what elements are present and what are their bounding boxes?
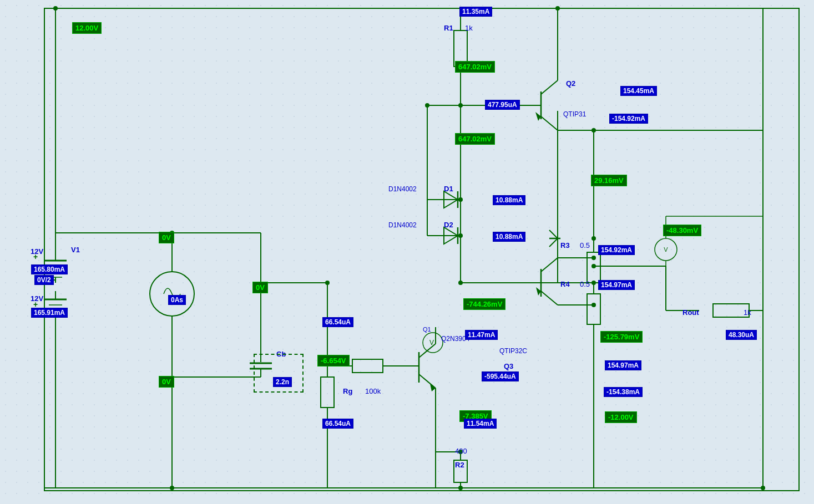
cb-box — [254, 354, 304, 393]
label-1154ma: 11.54mA — [464, 419, 497, 429]
label-12v: 12.00V — [72, 22, 102, 34]
label-16591ma: 165.91mA — [31, 308, 68, 318]
svg-point-43 — [325, 281, 330, 285]
svg-point-106 — [591, 236, 596, 241]
svg-point-110 — [591, 303, 596, 307]
label-47795ua: 477.95uA — [485, 100, 520, 110]
label-48neg: -48.30mV — [663, 225, 701, 236]
svg-text:Rg: Rg — [343, 387, 352, 395]
svg-point-72 — [458, 197, 463, 202]
svg-text:100k: 100k — [365, 387, 381, 395]
svg-text:V: V — [664, 246, 668, 253]
svg-text:12V: 12V — [31, 247, 43, 256]
label-15497ma-1: 154.97mA — [598, 280, 635, 290]
svg-text:1k: 1k — [465, 24, 473, 32]
svg-point-108 — [591, 256, 596, 260]
label-6654neg: -6.654V — [317, 355, 350, 366]
label-15492ma-2: 154.92mA — [598, 245, 635, 255]
label-15492neg: -154.92mA — [609, 114, 648, 124]
svg-text:D1N4002: D1N4002 — [388, 221, 417, 229]
label-1088ma-1: 10.88mA — [493, 195, 525, 205]
label-16580ma: 165.80mA — [31, 264, 68, 274]
svg-point-114 — [591, 264, 596, 268]
svg-text:R2: R2 — [455, 461, 464, 469]
label-1147ma: 11.47mA — [465, 330, 498, 340]
svg-text:QTIP31: QTIP31 — [563, 110, 587, 118]
label-1135ma: 11.35mA — [459, 7, 492, 17]
svg-text:R1: R1 — [444, 24, 453, 32]
svg-text:0.5: 0.5 — [580, 280, 590, 288]
svg-text:D1: D1 — [444, 185, 453, 193]
label-12neg: -12.00V — [605, 411, 637, 423]
svg-text:V1: V1 — [71, 246, 80, 254]
label-15438neg: -154.38mA — [604, 387, 643, 397]
svg-point-134 — [170, 486, 174, 490]
svg-point-136 — [53, 6, 58, 11]
svg-text:R4: R4 — [560, 280, 570, 288]
schematic: V — [0, 0, 814, 504]
svg-text:Q3: Q3 — [504, 362, 513, 370]
label-29mv: 29.16mV — [591, 175, 627, 186]
svg-point-129 — [458, 486, 463, 490]
label-4830ua: 48.30uA — [726, 330, 757, 340]
label-0v-2: 0V — [252, 282, 268, 293]
svg-rect-2 — [0, 0, 814, 504]
label-0v-3: 0V — [159, 376, 174, 388]
label-59544neg: -595.44uA — [482, 371, 519, 381]
svg-text:Q1: Q1 — [423, 326, 431, 333]
svg-text:Q2: Q2 — [566, 79, 575, 88]
label-6654ua-2: 66.54uA — [322, 419, 353, 429]
svg-text:D2: D2 — [444, 221, 453, 229]
label-125neg: -125.79mV — [600, 331, 643, 343]
circuit-svg: V — [0, 0, 814, 504]
svg-text:R3: R3 — [560, 241, 570, 250]
label-647mv-1: 647.02mV — [455, 61, 495, 73]
svg-text:Rout: Rout — [682, 308, 699, 317]
svg-text:D1N4002: D1N4002 — [388, 185, 417, 193]
svg-point-135 — [761, 486, 765, 490]
label-0as: 0As — [168, 295, 186, 305]
svg-text:400: 400 — [455, 447, 467, 455]
svg-text:0.5: 0.5 — [580, 241, 590, 250]
label-647mv-2: 647.02mV — [455, 133, 495, 145]
label-0v-1: 0V — [159, 232, 174, 243]
label-6654ua-1: 66.54uA — [322, 317, 353, 327]
svg-text:1k: 1k — [744, 308, 751, 317]
svg-text:QTIP32C: QTIP32C — [499, 347, 527, 355]
label-15445ma: 154.45mA — [620, 86, 657, 96]
label-0v2: 0V/2 — [34, 275, 54, 285]
svg-point-137 — [555, 6, 560, 11]
label-15497ma-2: 154.97mA — [605, 360, 641, 370]
svg-text:V: V — [429, 339, 434, 347]
label-744neg: -744.26mV — [463, 298, 505, 310]
label-1088ma-2: 10.88mA — [493, 232, 525, 242]
svg-text:12V: 12V — [31, 294, 43, 303]
